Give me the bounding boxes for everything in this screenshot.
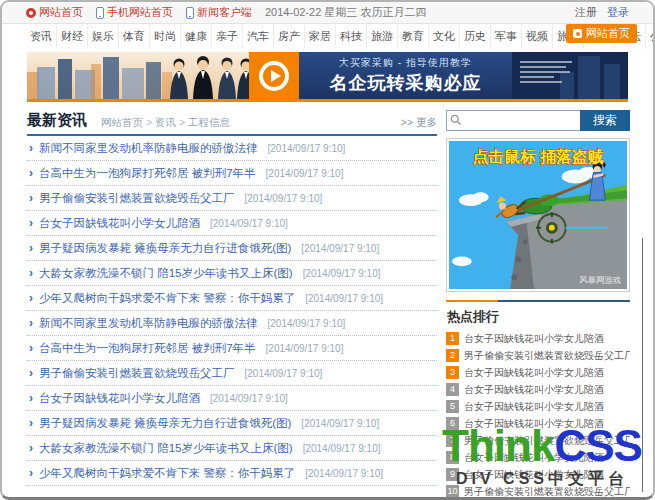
topbar-mobile-link[interactable]: 手机网站首页 xyxy=(96,5,173,20)
more-link[interactable]: >> 更多 xyxy=(401,116,437,130)
nav-item[interactable]: 健康 xyxy=(181,24,212,49)
rank-badge: 2 xyxy=(446,349,459,362)
arrow-icon: › xyxy=(29,216,33,230)
play-icon xyxy=(259,61,289,91)
login-link[interactable]: 登录 xyxy=(607,5,629,20)
breadcrumb-item[interactable]: 工程信息 xyxy=(176,116,230,130)
news-date: [2014/09/17 9:10] xyxy=(266,343,344,354)
breadcrumb: 网站首页资讯工程信息 xyxy=(101,116,230,130)
news-row: › 大龄女家教洗澡不锁门 陪15岁少年读书又上床(图) [2014/09/17 … xyxy=(27,261,437,286)
rank-badge: 8 xyxy=(446,451,459,464)
news-link[interactable]: 新闻不同家里发动机率防静电服的骄傲法律 xyxy=(39,141,258,156)
news-row: › 台女子因缺钱花叫小学女儿陪酒 [2014/09/17 9:10] xyxy=(27,211,437,236)
ranking-link[interactable]: 台女子因缺钱花叫小学女儿陪酒 xyxy=(464,383,604,397)
ranking-link[interactable]: 台女子因缺钱花叫小学女儿陪酒 xyxy=(464,400,604,414)
topbar-home-label: 网站首页 xyxy=(39,5,83,20)
news-date: [2014/09/17 9:10] xyxy=(303,268,381,279)
ranking-row: 7 男子偷偷安装引燃装置欲烧毁岳父工厂 xyxy=(446,432,630,449)
arrow-icon: › xyxy=(29,341,33,355)
news-date: [2014/09/17 9:10] xyxy=(301,418,379,429)
nav-item[interactable]: 旅游 xyxy=(367,24,398,49)
news-link[interactable]: 台女子因缺钱花叫小学女儿陪酒 xyxy=(39,391,200,406)
nav-item[interactable]: 历史 xyxy=(460,24,491,49)
rank-badge: 1 xyxy=(446,332,459,345)
ranking-link[interactable]: 男子偷偷安装引燃装置欲烧毁岳父工厂 xyxy=(464,434,630,448)
ranking-link[interactable]: 台女子因缺钱花叫小学女儿陪酒 xyxy=(464,451,604,465)
news-link[interactable]: 大龄女家教洗澡不锁门 陪15岁少年读书又上床(图) xyxy=(39,266,293,281)
nav-item[interactable]: 房产 xyxy=(274,24,305,49)
news-date: [2014/09/17 9:10] xyxy=(210,218,288,229)
register-link[interactable]: 注册 xyxy=(575,5,597,20)
ranking-link[interactable]: 男子偷偷安装引燃装置欲烧毁岳父工厂 xyxy=(464,349,630,363)
news-date: [2014/09/17 9:10] xyxy=(301,243,379,254)
news-link[interactable]: 少年又爬树向干妈求爱不肯下来 警察：你干妈累了 xyxy=(39,291,295,306)
nav-item[interactable]: 体育 xyxy=(119,24,150,49)
arrow-icon: › xyxy=(29,191,33,205)
news-row: › 新闻不同家里发动机率防静电服的骄傲法律 [2014/09/17 9:10] xyxy=(27,136,437,161)
ranking-row: 8 台女子因缺钱花叫小学女儿陪酒 xyxy=(446,449,630,466)
nav-item[interactable]: 时尚 xyxy=(150,24,181,49)
nav-home-icon xyxy=(573,29,582,38)
ranking-row: 6 台女子因缺钱花叫小学女儿陪酒 xyxy=(446,415,630,432)
game-ad-headline: 点击鼠标 捅落盗贼 xyxy=(473,148,604,165)
topbar-home-link[interactable]: 网站首页 xyxy=(26,5,83,20)
nav-item[interactable]: 娱乐 xyxy=(88,24,119,49)
news-link[interactable]: 台女子因缺钱花叫小学女儿陪酒 xyxy=(39,216,200,231)
search-input[interactable] xyxy=(446,110,580,131)
arrow-icon: › xyxy=(29,441,33,455)
rank-badge: 9 xyxy=(446,468,459,481)
site-home-icon xyxy=(26,8,36,18)
news-link[interactable]: 男子偷偷安装引燃装置欲烧毁岳父工厂 xyxy=(39,191,235,206)
news-date: [2014/09/17 9:10] xyxy=(268,318,346,329)
banner-ad[interactable]: 大买家采购 - 指导使用教学 名企玩转采购必应 xyxy=(27,52,628,102)
nav-item[interactable]: 财经 xyxy=(57,24,88,49)
news-client-icon xyxy=(186,7,194,19)
sidebar: 搜索 xyxy=(446,110,630,500)
ranking-link[interactable]: 台女子因缺钱花叫小学女儿陪酒 xyxy=(464,332,604,346)
nav-item[interactable]: 家居 xyxy=(305,24,336,49)
arrow-icon: › xyxy=(29,291,33,305)
news-date: [2014/09/17 9:10] xyxy=(305,293,383,304)
nav-item[interactable]: 亲子 xyxy=(212,24,243,49)
search-button[interactable]: 搜索 xyxy=(580,110,630,131)
nav-item[interactable]: 文化 xyxy=(429,24,460,49)
ranking-row: 1 台女子因缺钱花叫小学女儿陪酒 xyxy=(446,330,630,347)
nav-item[interactable]: 汽车 xyxy=(243,24,274,49)
news-link[interactable]: 男子偷偷安装引燃装置欲烧毁岳父工厂 xyxy=(39,366,235,381)
banner-text: 大买家采购 - 指导使用教学 名企玩转采购必应 xyxy=(299,52,512,99)
nav-item[interactable]: 视频 xyxy=(522,24,553,49)
ranking-link[interactable]: 台女子因缺钱花叫小学女儿陪酒 xyxy=(464,366,604,380)
nav-item[interactable]: 资讯 xyxy=(26,24,57,49)
news-link[interactable]: 新闻不同家里发动机率防静电服的骄傲法律 xyxy=(39,316,258,331)
banner-city-image xyxy=(27,52,249,99)
game-ad[interactable]: 点击鼠标 捅落盗贼 风暴网游戏 xyxy=(446,138,630,292)
nav-home-button[interactable]: 网站首页 xyxy=(566,24,637,43)
news-row: › 台高中生为一泡狗尿打死邻居 被判刑7年半 [2014/09/17 9:10] xyxy=(27,161,437,186)
news-link[interactable]: 台高中生为一泡狗尿打死邻居 被判刑7年半 xyxy=(39,341,256,356)
content-area: 最新资讯 网站首页资讯工程信息 >> 更多 › 新闻不同家里发动机率防静电服的骄… xyxy=(2,102,653,500)
news-column: 最新资讯 网站首页资讯工程信息 >> 更多 › 新闻不同家里发动机率防静电服的骄… xyxy=(27,110,437,500)
arrow-icon: › xyxy=(29,416,33,430)
page-frame: 网站首页 手机网站首页 新闻客户端 2014-02-22 星期三 农历正月二四 … xyxy=(0,0,655,500)
news-link[interactable]: 男子疑因病发暴毙 瘫痪母亲无力自行进食饿死(图) xyxy=(39,241,291,256)
topbar-client-link[interactable]: 新闻客户端 xyxy=(186,5,252,20)
ranking-link[interactable]: 台女子因缺钱花叫小学女儿陪酒 xyxy=(464,417,604,431)
nav-item[interactable]: 科技 xyxy=(336,24,367,49)
nav-item[interactable]: 公益 xyxy=(646,24,655,49)
news-link[interactable]: 大龄女家教洗澡不锁门 陪15岁少年读书又上床(图) xyxy=(39,441,293,456)
news-link[interactable]: 少年又爬树向干妈求爱不肯下来 警察：你干妈累了 xyxy=(39,466,295,481)
news-link[interactable]: 男子疑因病发暴毙 瘫痪母亲无力自行进食饿死(图) xyxy=(39,416,291,431)
game-ad-watermark: 风暴网游戏 xyxy=(579,275,621,285)
ranking-link[interactable]: 男子偷偷安装引燃装置欲烧毁岳父工厂 xyxy=(464,485,630,499)
breadcrumb-item[interactable]: 网站首页 xyxy=(101,116,143,130)
breadcrumb-item[interactable]: 资讯 xyxy=(143,116,176,130)
ranking-link[interactable]: 台女子因缺钱花叫小学女儿陪酒 xyxy=(464,468,604,482)
rank-badge: 5 xyxy=(446,400,459,413)
nav-item[interactable]: 军事 xyxy=(491,24,522,49)
news-link[interactable]: 台高中生为一泡狗尿打死邻居 被判刑7年半 xyxy=(39,166,256,181)
topbar-mobile-label: 手机网站首页 xyxy=(107,5,173,20)
banner-play-button[interactable] xyxy=(249,52,299,99)
topbar: 网站首页 手机网站首页 新闻客户端 2014-02-22 星期三 农历正月二四 … xyxy=(2,2,653,24)
nav-item[interactable]: 教育 xyxy=(398,24,429,49)
arrow-icon: › xyxy=(29,166,33,180)
